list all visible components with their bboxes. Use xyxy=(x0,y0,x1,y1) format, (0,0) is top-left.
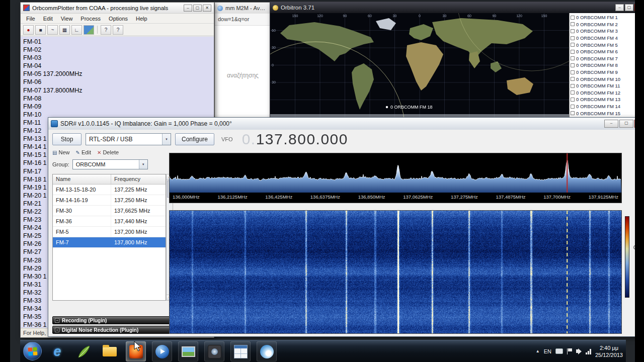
satellite-list-item[interactable]: 0 ORBCOMM FM 12 xyxy=(571,89,640,97)
waveform-icon[interactable]: ~ xyxy=(47,25,58,35)
orbcommplotter-titlebar[interactable]: OrbcommPlotter from COAA - processing li… xyxy=(21,3,214,14)
sdrsharp-titlebar[interactable]: SDR# v1.0.0.1145 - IQ Imbalance: Gain = … xyxy=(48,118,644,130)
satellite-checkbox[interactable] xyxy=(571,56,575,60)
browser-titlebar[interactable]: mm M2M - Αναζήτ xyxy=(215,3,270,14)
satellite-checkbox[interactable] xyxy=(571,36,575,40)
edit-button[interactable]: ✎ Edit xyxy=(76,149,91,155)
satellite-list-item[interactable]: 0 ORBCOMM FM 7 xyxy=(571,55,640,62)
menu-item[interactable]: Process xyxy=(77,15,104,23)
satellite-checkbox[interactable] xyxy=(571,70,575,74)
spectrum-display[interactable]: 136,000MHz136,2125MHz136,425MHz136,6375M… xyxy=(169,153,622,203)
table-row[interactable]: FM-5 137,200 MHz xyxy=(53,227,166,237)
table-row[interactable]: FM-36 137,440 MHz xyxy=(53,216,166,227)
satellite-list-item[interactable]: 0 ORBCOMM FM 5 xyxy=(571,41,640,48)
satellite-list-item[interactable]: 0 ORBCOMM FM 2 xyxy=(571,21,640,28)
satellite-checkbox[interactable] xyxy=(571,105,575,109)
column-header-name[interactable]: Name xyxy=(53,174,111,184)
help-icon[interactable]: ? xyxy=(101,25,111,35)
network-icon[interactable] xyxy=(586,348,591,354)
taskbar-icon-photo-viewer[interactable] xyxy=(178,341,198,361)
satellite-checkbox[interactable] xyxy=(571,43,575,47)
speaker-icon[interactable] xyxy=(576,348,582,354)
fm-list-item[interactable]: FM-05 137.2000MHz xyxy=(23,70,214,78)
chart-icon[interactable]: ∟ xyxy=(71,25,82,35)
map-icon[interactable] xyxy=(84,25,94,35)
satellite-list-item[interactable]: 0 ORBCOMM FM 4 xyxy=(571,35,640,42)
keyboard-icon[interactable] xyxy=(555,348,563,354)
frequency-display[interactable]: 0.137.800.000 xyxy=(242,131,348,148)
taskbar-icon-explorer[interactable] xyxy=(100,341,120,361)
fm-list-item[interactable]: FM-06 xyxy=(23,78,214,86)
menu-item[interactable]: View xyxy=(57,15,76,23)
table-row[interactable]: FM-7 137,800 MHz xyxy=(53,237,166,248)
device-select[interactable]: RTL-SDR / USB ▼ xyxy=(86,133,171,145)
context-help-icon[interactable]: ? xyxy=(113,25,123,35)
satellite-list-item[interactable]: 0 ORBCOMM FM 11 xyxy=(571,82,640,89)
taskbar-icon-internet-explorer[interactable]: e xyxy=(47,341,67,361)
fm-list-item[interactable]: FM-03 xyxy=(23,54,214,62)
maximize-button[interactable]: ▢ xyxy=(193,5,202,12)
satellite-checkbox[interactable] xyxy=(571,16,575,20)
table-row[interactable]: FM-13-15-18-20 137,225 MHz xyxy=(53,185,166,195)
taskbar-icon-media-player[interactable] xyxy=(152,341,172,361)
stop-button[interactable]: Stop xyxy=(52,133,82,145)
menu-item[interactable]: Edit xyxy=(40,15,56,23)
plugin-bar[interactable]: + Recording (Plugin) xyxy=(52,316,173,324)
expand-icon[interactable]: + xyxy=(55,318,59,323)
plugin-bar[interactable]: + Digital Noise Reduction (Plugin) xyxy=(52,326,173,334)
taskbar-icon-camera-app[interactable] xyxy=(204,341,224,361)
satellite-list-item[interactable]: 0 ORBCOMM FM 8 xyxy=(571,62,640,69)
grid-icon[interactable]: ▦ xyxy=(59,25,70,35)
satellite-checkbox[interactable] xyxy=(571,22,575,26)
minimize-button[interactable]: – xyxy=(615,4,624,11)
menu-item[interactable]: File xyxy=(23,15,39,23)
satellite-checkbox[interactable] xyxy=(571,50,575,54)
table-row[interactable]: FM-30 137,6625 MHz xyxy=(53,206,166,216)
fm-list-item[interactable]: FM-08 xyxy=(23,95,214,103)
taskbar-icon-editor[interactable] xyxy=(73,341,94,361)
satellite-list-item[interactable]: 0 ORBCOMM FM 10 xyxy=(571,75,640,82)
delete-button[interactable]: ✕ Delete xyxy=(97,149,119,155)
tray-chevron-icon[interactable]: ▲ xyxy=(536,349,540,353)
configure-button[interactable]: Configure xyxy=(175,133,214,145)
group-select[interactable]: ORBCOMM ▼ xyxy=(72,159,148,169)
fm-list-item[interactable]: FM-02 xyxy=(23,46,214,54)
satellite-checkbox[interactable] xyxy=(571,63,575,67)
chevron-down-icon[interactable]: ▼ xyxy=(139,160,147,169)
satellite-list-item[interactable]: 0 ORBCOMM FM 1 xyxy=(571,14,640,21)
world-map[interactable] xyxy=(270,13,569,117)
waterfall-canvas[interactable] xyxy=(170,211,621,333)
maximize-button[interactable]: ▢ xyxy=(625,4,633,11)
minimize-button[interactable]: – xyxy=(184,5,192,12)
orbitron-titlebar[interactable]: Orbitron 3.71 – ▢ ✕ xyxy=(270,2,644,13)
stop-icon[interactable]: ■ xyxy=(35,25,46,35)
chevron-down-icon[interactable]: ▼ xyxy=(162,134,171,145)
expand-icon[interactable]: + xyxy=(55,328,59,332)
table-row[interactable]: FM-14-16-19 137,250 MHz xyxy=(53,195,166,206)
spectrum-canvas[interactable] xyxy=(170,153,621,193)
taskbar-icon-messenger[interactable] xyxy=(257,341,277,361)
satellite-list-item[interactable]: 0 ORBCOMM FM 3 xyxy=(571,28,640,35)
satellite-list-item[interactable]: 0 ORBCOMM FM 13 xyxy=(571,96,640,103)
browser-address-bar[interactable]: dow=1&q=or xyxy=(215,14,270,26)
waterfall-display[interactable] xyxy=(169,210,622,334)
fm-list-item[interactable]: FM-04 xyxy=(23,62,214,70)
new-button[interactable]: ▤ New xyxy=(52,149,70,155)
taskbar-icon-utility[interactable] xyxy=(230,341,251,361)
column-header-frequency[interactable]: Frequency xyxy=(111,174,166,184)
fm-list-item[interactable]: FM-01 xyxy=(23,38,214,46)
action-center-icon[interactable] xyxy=(567,348,572,354)
satellite-checkbox[interactable] xyxy=(571,84,575,88)
menu-item[interactable]: Options xyxy=(105,15,131,23)
language-indicator[interactable]: EN xyxy=(544,348,551,354)
satellite-checkbox[interactable] xyxy=(571,77,575,81)
satellite-list-item[interactable]: 0 ORBCOMM FM 14 xyxy=(571,103,640,110)
close-button[interactable]: ✕ xyxy=(203,5,211,12)
fm-list-item[interactable]: FM-07 137.8000MHz xyxy=(23,86,214,95)
satellite-list-item[interactable]: 0 ORBCOMM FM 15 xyxy=(571,110,640,117)
satellite-list-item[interactable]: 0 ORBCOMM FM 6 xyxy=(571,48,640,55)
maximize-button[interactable]: ▢ xyxy=(619,120,633,128)
menu-item[interactable]: Help xyxy=(132,15,151,23)
minimize-button[interactable]: – xyxy=(604,120,618,128)
record-icon[interactable]: ● xyxy=(23,25,34,35)
